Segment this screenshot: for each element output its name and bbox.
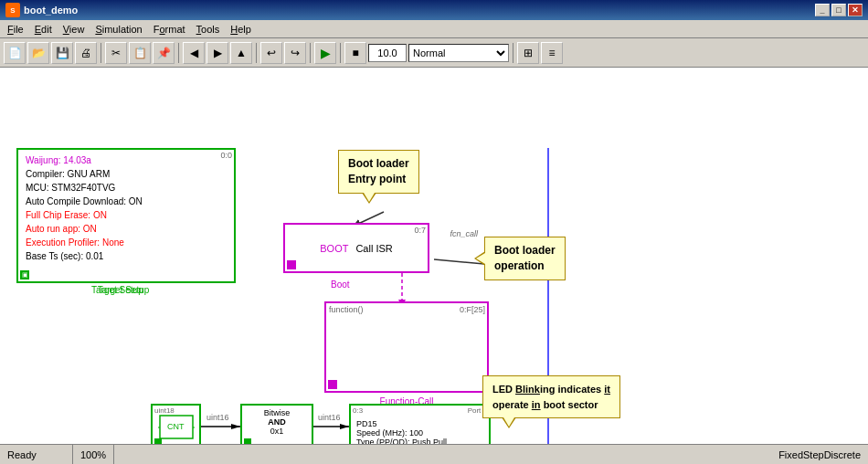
boot-corner <box>287 260 296 269</box>
wire-label-1: uint16 <box>206 413 229 422</box>
callout-boot-op: Boot loaderoperation <box>484 237 566 280</box>
counter-type: uint18 <box>154 406 175 415</box>
status-mode: FixedStepDiscrete <box>771 445 868 464</box>
copy-button[interactable]: 📋 <box>129 42 151 64</box>
separator-5 <box>340 43 341 63</box>
digital-pd15: PD15 <box>356 419 483 428</box>
digital-output-block[interactable]: Port 1 0:3 PD15 Speed (MHz): 100 Type (P… <box>349 404 491 444</box>
status-ready: Ready <box>0 445 73 464</box>
menu-simulation[interactable]: Simulation <box>90 22 147 37</box>
canvas[interactable]: 0:0 Waijung: 14.03a Compiler: GNU ARM MC… <box>0 68 868 444</box>
block-corner-icon: ▣ <box>20 270 29 279</box>
callout-boot-entry: Boot loaderEntry point <box>338 150 419 194</box>
callout-boot-op-text: Boot loaderoperation <box>494 244 556 272</box>
target-setup-content: Waijung: 14.03a Compiler: GNU ARM MCU: S… <box>18 150 234 267</box>
menu-file[interactable]: File <box>2 22 29 37</box>
print-button[interactable]: 🖨 <box>75 42 97 64</box>
port-label-00: 0:0 <box>220 151 232 160</box>
function-call-block[interactable]: function() 0:F[25] <box>324 301 489 393</box>
zoom-input[interactable]: 10.0 <box>368 44 407 62</box>
status-middle <box>114 445 771 464</box>
close-button[interactable]: ✕ <box>848 4 863 16</box>
paste-button[interactable]: 📌 <box>153 42 175 64</box>
separator-6 <box>513 43 513 63</box>
line-compile-dl: Auto Compile Download: ON <box>26 195 227 208</box>
undo-back-button[interactable]: ◀ <box>183 42 205 64</box>
new-button[interactable]: 📄 <box>4 42 26 64</box>
line-mcu: MCU: STM32F40TVG <box>26 181 227 195</box>
boot-block[interactable]: 0:7 BOOT Call ISR fcn_call <box>283 223 429 273</box>
line-profiler: Execution Profiler: None <box>26 236 227 249</box>
status-zoom: 100% <box>73 445 114 464</box>
bitwise-block[interactable]: Bitwise AND 0x1 <box>240 404 313 444</box>
maximize-button[interactable]: □ <box>831 4 846 16</box>
wire-label-2: uint16 <box>318 413 341 422</box>
digital-port-num: 0:3 <box>353 406 363 415</box>
boot-text: BOOT <box>320 243 348 254</box>
menu-help[interactable]: Help <box>225 22 257 37</box>
boot-port-num: 0:7 <box>414 226 426 235</box>
status-mode-text: FixedStepDiscrete <box>778 449 861 460</box>
minimize-button[interactable]: _ <box>815 4 830 16</box>
line-compiler: Compiler: GNU ARM <box>26 167 227 181</box>
callout-led: LED Blinking indicates itoperate in boot… <box>482 375 620 418</box>
extra-btn-1[interactable]: ⊞ <box>517 42 539 64</box>
svg-text:CNT: CNT <box>167 422 185 431</box>
stop-icon: ■ <box>344 42 366 64</box>
status-ready-text: Ready <box>7 449 37 460</box>
separator-2 <box>178 43 179 63</box>
separator-4 <box>310 43 311 63</box>
line-ts: Base Ts (sec): 0.01 <box>26 249 227 263</box>
menu-view[interactable]: View <box>58 22 90 37</box>
boot-inner: BOOT Call ISR <box>285 225 428 271</box>
line-autorun: Auto run app: ON <box>26 222 227 236</box>
callout-arrow-inner-1 <box>364 193 375 202</box>
toolbar: 📄 📂 💾 🖨 ✂ 📋 📌 ◀ ▶ ▲ ↩ ↪ ▶ ■ 10.0 Normal … <box>0 38 868 68</box>
counter-block[interactable]: uint18 CNT <box>151 404 201 444</box>
boot-callisr: Call ISR <box>355 243 392 254</box>
target-setup-block[interactable]: 0:0 Waijung: 14.03a Compiler: GNU ARM MC… <box>16 148 236 283</box>
boot-label: Boot <box>331 279 350 290</box>
digital-speed: Speed (MHz): 100 <box>356 428 483 438</box>
status-bar: Ready 100% FixedStepDiscrete <box>0 444 868 464</box>
svg-marker-9 <box>340 424 349 429</box>
callout-arrow-inner-2 <box>503 417 514 427</box>
bitwise-line3: 0x1 <box>245 427 309 436</box>
title-bar: S boot_demo _ □ ✕ <box>0 0 868 20</box>
extra-btn-2[interactable]: ≡ <box>541 42 563 64</box>
line-erase: Full Chip Erase: ON <box>26 208 227 222</box>
separator-3 <box>256 43 257 63</box>
undo-button[interactable]: ↩ <box>260 42 282 64</box>
main-area: 0:0 Waijung: 14.03a Compiler: GNU ARM MC… <box>0 68 868 444</box>
app-icon: S <box>5 3 20 17</box>
title-controls: _ □ ✕ <box>815 4 863 16</box>
status-zoom-text: 100% <box>80 449 106 460</box>
bitwise-line2: AND <box>245 417 309 427</box>
function-corner <box>328 380 337 389</box>
counter-corner <box>154 438 162 444</box>
function-port-right: 0:F[25] <box>460 305 485 314</box>
bitwise-corner <box>244 438 251 444</box>
mode-select[interactable]: Normal Accelerator Rapid Accelerator <box>408 44 509 62</box>
open-button[interactable]: 📂 <box>27 42 49 64</box>
counter-icon: CNT <box>158 411 195 443</box>
cut-button[interactable]: ✂ <box>105 42 127 64</box>
callout-boot-entry-text: Boot loaderEntry point <box>348 157 409 185</box>
separator-1 <box>101 43 101 63</box>
play-button[interactable]: ▶ <box>314 42 336 64</box>
function-port: function() <box>329 305 364 314</box>
fcn-call-label: fcn_call <box>450 229 478 238</box>
line-waijung: Waijung: 14.03a <box>26 153 227 167</box>
bitwise-line1: Bitwise <box>245 408 309 417</box>
redo-button[interactable]: ↪ <box>284 42 306 64</box>
menu-edit[interactable]: Edit <box>29 22 58 37</box>
undo-forward-button[interactable]: ▶ <box>206 42 228 64</box>
callout-arrow-inner-left-1 <box>476 253 485 264</box>
up-button[interactable]: ▲ <box>230 42 252 64</box>
menu-bar: File Edit View Simulation Format Tools H… <box>0 20 868 38</box>
menu-format[interactable]: Format <box>148 22 191 37</box>
menu-tools[interactable]: Tools <box>191 22 226 37</box>
svg-marker-8 <box>231 424 240 429</box>
save-button[interactable]: 💾 <box>51 42 73 64</box>
callout-led-text: LED Blinking indicates itoperate in boot… <box>492 384 610 410</box>
